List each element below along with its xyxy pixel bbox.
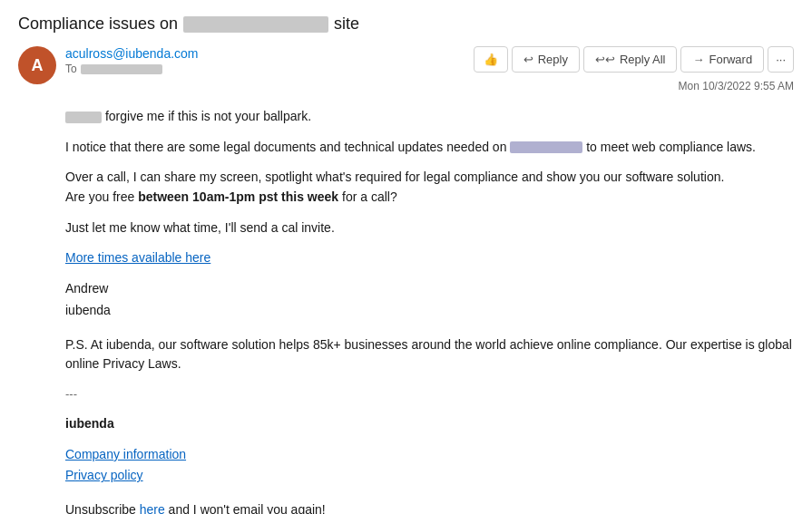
company-info-link[interactable]: Company information	[65, 447, 186, 461]
unsubscribe-end: and I won't email you again!	[165, 502, 326, 514]
line1-text: forgive me if this is not your ballpark.	[105, 109, 311, 123]
like-icon: 👍	[484, 53, 498, 66]
forward-icon: →	[692, 53, 704, 66]
unsubscribe-start: Unsubscribe	[65, 502, 140, 514]
header-right: 👍 ↩ Reply ↩↩ Reply All → Forward ···	[474, 46, 794, 92]
subject-redacted	[183, 16, 328, 33]
url-redacted	[510, 141, 582, 153]
footer-section: --- iubenda Company information Privacy …	[65, 385, 794, 486]
line2-end: to meet web compliance laws.	[586, 140, 756, 154]
more-times-link[interactable]: More times available here	[65, 250, 210, 265]
privacy-policy-line: Privacy policy	[65, 466, 794, 486]
email-container: Compliance issues on site A aculross@iub…	[0, 0, 812, 514]
unsubscribe-line: Unsubscribe here and I won't email you a…	[65, 500, 794, 514]
email-header: A aculross@iubenda.com To 👍 ↩ Reply	[18, 46, 794, 92]
action-bar: 👍 ↩ Reply ↩↩ Reply All → Forward ···	[474, 46, 794, 73]
line3-text: Over a call, I can share my screen, spot…	[65, 170, 724, 184]
reply-icon: ↩	[523, 53, 533, 66]
more-times-line: More times available here	[65, 248, 794, 268]
line2-start: I notice that there are some legal docum…	[65, 140, 506, 154]
email-subject: Compliance issues on site	[18, 15, 794, 34]
line4-bold: between 10am-1pm pst this week	[138, 189, 338, 204]
name-redacted	[65, 112, 102, 123]
email-timestamp: Mon 10/3/2022 9:55 AM	[679, 80, 794, 92]
sender-email[interactable]: aculross@iubenda.com	[65, 46, 199, 61]
subject-text-end: site	[334, 15, 359, 34]
divider: ---	[65, 385, 794, 403]
avatar: A	[18, 46, 56, 84]
to-line: To	[65, 63, 199, 75]
body-line3: Over a call, I can share my screen, spot…	[65, 168, 794, 207]
sig-name: Andrew	[65, 279, 794, 299]
unsubscribe-section: Unsubscribe here and I won't email you a…	[65, 500, 794, 514]
company-info-line: Company information	[65, 445, 794, 465]
more-actions-button[interactable]: ···	[768, 46, 794, 73]
footer-company: iubenda	[65, 414, 794, 434]
forward-button[interactable]: → Forward	[680, 46, 764, 73]
reply-button[interactable]: ↩ Reply	[512, 46, 580, 73]
body-line1: forgive me if this is not your ballpark.	[65, 107, 794, 127]
sig-company: iubenda	[65, 301, 794, 321]
reply-all-icon: ↩↩	[595, 53, 615, 66]
sender-info: A aculross@iubenda.com To	[18, 46, 199, 84]
reply-all-button[interactable]: ↩↩ Reply All	[583, 46, 678, 73]
forward-label: Forward	[709, 53, 752, 66]
to-label: To	[65, 63, 77, 75]
like-button[interactable]: 👍	[474, 46, 508, 73]
line4-start: Are you free	[65, 189, 138, 204]
privacy-policy-link[interactable]: Privacy policy	[65, 468, 143, 482]
email-body: forgive me if this is not your ballpark.…	[18, 107, 794, 514]
more-icon: ···	[776, 53, 786, 66]
unsubscribe-link[interactable]: here	[140, 502, 165, 514]
reply-all-label: Reply All	[620, 53, 666, 66]
body-line5: Just let me know what time, I'll send a …	[65, 218, 794, 238]
to-redacted	[81, 64, 162, 74]
body-line2: I notice that there are some legal docum…	[65, 138, 794, 158]
subject-text-start: Compliance issues on	[18, 15, 178, 34]
reply-label: Reply	[538, 53, 568, 66]
ps-text: P.S. At iubenda, our software solution h…	[65, 335, 794, 374]
sender-details: aculross@iubenda.com To	[65, 46, 199, 75]
line4-end: for a call?	[338, 189, 397, 204]
